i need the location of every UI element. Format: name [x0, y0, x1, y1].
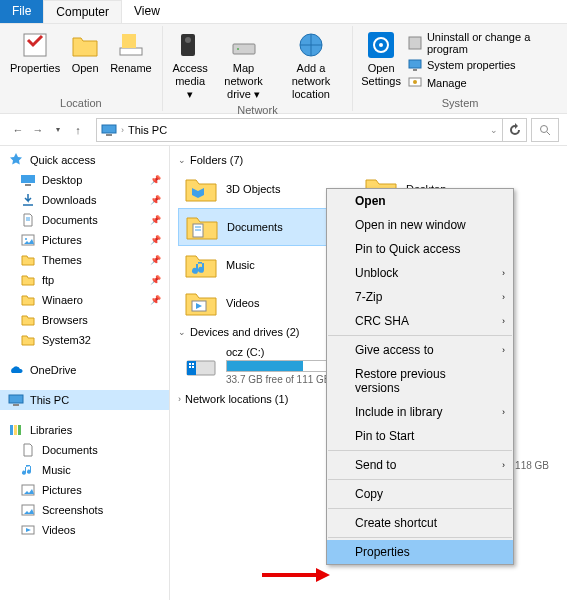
ctx-give-access-label: Give access to	[355, 343, 434, 357]
ribbon-manage[interactable]: Manage	[407, 74, 557, 92]
ribbon-add-location[interactable]: Add a network location	[276, 28, 347, 104]
libraries-icon	[8, 422, 24, 438]
ctx-restore[interactable]: Restore previous versions	[327, 362, 513, 400]
nav-system32[interactable]: System32	[0, 330, 169, 350]
ctx-open-new[interactable]: Open in new window	[327, 213, 513, 237]
nav-lib-ss-label: Screenshots	[42, 504, 103, 516]
tab-view[interactable]: View	[122, 0, 172, 23]
ribbon-sys-props-label: System properties	[427, 59, 516, 71]
pin-icon: 📌	[150, 275, 161, 285]
folder-icon	[184, 174, 218, 204]
search-box[interactable]	[531, 118, 559, 142]
ctx-unblock[interactable]: Unblock›	[327, 261, 513, 285]
ctx-pin-start[interactable]: Pin to Start	[327, 424, 513, 448]
ribbon-properties[interactable]: Properties	[6, 28, 64, 77]
ribbon-open-settings-label: Open Settings	[361, 62, 401, 88]
svg-rect-27	[13, 404, 19, 406]
nav-history[interactable]: ▾	[48, 120, 68, 140]
ctx-open[interactable]: Open	[327, 189, 513, 213]
ctx-properties[interactable]: Properties	[327, 540, 513, 564]
ctx-open-label: Open	[355, 194, 386, 208]
ribbon-rename[interactable]: Rename	[106, 28, 156, 77]
svg-rect-2	[122, 34, 136, 48]
pc-icon	[101, 122, 117, 138]
section-drives-label: Devices and drives (2)	[190, 326, 299, 338]
section-folders[interactable]: ⌄Folders (7)	[178, 150, 559, 170]
folder-label: Documents	[227, 221, 283, 233]
videos-icon	[20, 522, 36, 538]
section-folders-label: Folders (7)	[190, 154, 243, 166]
nav-forward[interactable]: →	[28, 120, 48, 140]
nav-lib-videos[interactable]: Videos	[0, 520, 169, 540]
drive-other-text: 118 GB	[515, 460, 549, 471]
pin-icon: 📌	[150, 235, 161, 245]
nav-browsers[interactable]: Browsers	[0, 310, 169, 330]
svg-rect-29	[14, 425, 17, 435]
ctx-give-access[interactable]: Give access to›	[327, 338, 513, 362]
separator	[328, 450, 512, 451]
nav-onedrive[interactable]: OneDrive	[0, 360, 169, 380]
chevron-right-icon: ›	[121, 125, 124, 135]
documents-icon	[20, 442, 36, 458]
uninstall-icon	[407, 35, 423, 51]
ribbon-properties-label: Properties	[10, 62, 60, 75]
red-arrow-annotation	[262, 566, 332, 584]
ribbon-uninstall-label: Uninstall or change a program	[427, 31, 557, 55]
ctx-unblock-label: Unblock	[355, 266, 398, 280]
refresh-button[interactable]	[503, 118, 527, 142]
svg-rect-1	[120, 48, 142, 55]
svg-point-10	[379, 43, 383, 47]
tab-computer[interactable]: Computer	[43, 0, 122, 23]
ctx-crc[interactable]: CRC SHA›	[327, 309, 513, 333]
ribbon-open-settings[interactable]: Open Settings	[359, 28, 403, 90]
svg-rect-13	[413, 69, 417, 71]
ribbon-rename-label: Rename	[110, 62, 152, 75]
nav-this-pc[interactable]: This PC	[0, 390, 169, 410]
address-bar[interactable]: › This PC ⌄	[96, 118, 503, 142]
folder-label: Videos	[226, 297, 259, 309]
properties-icon	[20, 30, 50, 60]
nav-ftp[interactable]: ftp📌	[0, 270, 169, 290]
folder-label: Music	[226, 259, 255, 271]
nav-libraries[interactable]: Libraries	[0, 420, 169, 440]
chevron-down-icon[interactable]: ⌄	[490, 125, 498, 135]
ctx-shortcut[interactable]: Create shortcut	[327, 511, 513, 535]
nav-pictures[interactable]: Pictures📌	[0, 230, 169, 250]
tab-file[interactable]: File	[0, 0, 43, 23]
nav-themes[interactable]: Themes📌	[0, 250, 169, 270]
nav-up[interactable]: ↑	[68, 120, 88, 140]
ribbon-open[interactable]: Open	[64, 28, 106, 77]
ribbon-sys-props[interactable]: System properties	[407, 56, 557, 74]
nav-lib-docs[interactable]: Documents	[0, 440, 169, 460]
nav-lib-music[interactable]: Music	[0, 460, 169, 480]
nav-quick-access[interactable]: Quick access	[0, 150, 169, 170]
ribbon-map-drive[interactable]: Map network drive ▾	[212, 28, 276, 104]
ribbon-access-media[interactable]: Access media ▾	[169, 28, 212, 104]
nav-lib-pics[interactable]: Pictures	[0, 480, 169, 500]
manage-icon	[407, 75, 423, 91]
folder-icon	[20, 272, 36, 288]
ribbon-system-label: System	[359, 97, 561, 109]
chevron-right-icon: ›	[502, 292, 505, 302]
svg-rect-42	[192, 363, 194, 365]
ctx-7zip-label: 7-Zip	[355, 290, 382, 304]
nav-desktop[interactable]: Desktop📌	[0, 170, 169, 190]
nav-documents-label: Documents	[42, 214, 98, 226]
nav-lib-ss[interactable]: Screenshots	[0, 500, 169, 520]
ctx-copy[interactable]: Copy	[327, 482, 513, 506]
nav-downloads[interactable]: Downloads📌	[0, 190, 169, 210]
ribbon-uninstall[interactable]: Uninstall or change a program	[407, 30, 557, 56]
address-path: This PC	[128, 124, 167, 136]
chevron-down-icon: ⌄	[178, 327, 186, 337]
nav-lib-music-label: Music	[42, 464, 71, 476]
ctx-pin-quick[interactable]: Pin to Quick access	[327, 237, 513, 261]
ctx-include-lib[interactable]: Include in library›	[327, 400, 513, 424]
nav-documents[interactable]: Documents📌	[0, 210, 169, 230]
nav-this-pc-label: This PC	[30, 394, 69, 406]
nav-winaero[interactable]: Winaero📌	[0, 290, 169, 310]
ctx-send-to[interactable]: Send to›	[327, 453, 513, 477]
ctx-7zip[interactable]: 7-Zip›	[327, 285, 513, 309]
nav-back[interactable]: ←	[8, 120, 28, 140]
ribbon-add-location-label: Add a network location	[280, 62, 343, 102]
separator	[328, 537, 512, 538]
